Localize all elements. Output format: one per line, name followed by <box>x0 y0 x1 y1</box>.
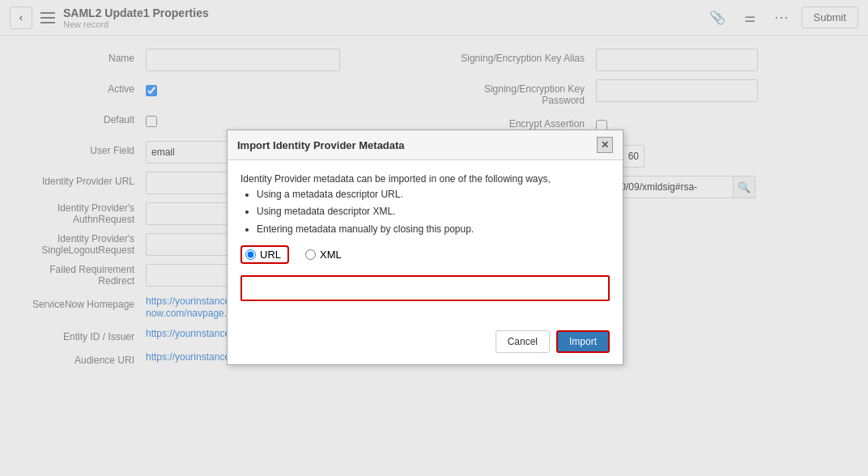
modal-close-button[interactable]: ✕ <box>597 137 613 153</box>
close-icon: ✕ <box>601 139 609 151</box>
import-button[interactable]: Import <box>556 330 610 353</box>
bullet-1: Using a metadata descriptor URL. <box>257 187 610 202</box>
modal-title: Import Identity Provider Metadata <box>237 139 405 151</box>
xml-radio-option[interactable]: XML <box>305 249 342 261</box>
modal-overlay: Import Identity Provider Metadata ✕ Iden… <box>0 0 868 476</box>
bullet-3: Entering metadata manually by closing th… <box>257 222 610 237</box>
cancel-button[interactable]: Cancel <box>496 330 550 353</box>
radio-group: URL XML <box>240 245 610 264</box>
url-input[interactable] <box>240 275 610 301</box>
xml-radio-label[interactable]: XML <box>320 249 342 261</box>
url-radio-option[interactable]: URL <box>240 245 289 264</box>
modal-body: Identity Provider metadata can be import… <box>228 160 623 324</box>
import-metadata-modal: Import Identity Provider Metadata ✕ Iden… <box>227 130 623 365</box>
bullet-2: Using metadata descriptor XML. <box>257 204 610 219</box>
xml-radio-input[interactable] <box>305 249 316 260</box>
url-radio-input[interactable] <box>245 249 256 260</box>
modal-header: Import Identity Provider Metadata ✕ <box>228 130 623 160</box>
url-radio-label[interactable]: URL <box>245 249 281 261</box>
modal-footer: Cancel Import <box>228 324 623 364</box>
modal-description: Identity Provider metadata can be import… <box>240 172 610 237</box>
